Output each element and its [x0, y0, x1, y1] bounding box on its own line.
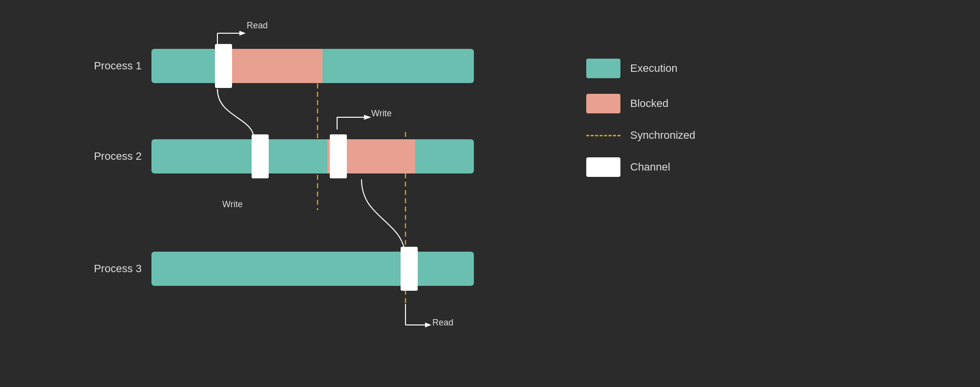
legend-area: Execution Blocked Synchronized Channel [586, 59, 757, 193]
process-2-row: Process 2 [73, 139, 474, 173]
synchronized-label: Synchronized [630, 129, 695, 142]
p1-blocked [220, 49, 322, 83]
legend-channel: Channel [586, 157, 757, 177]
execution-label: Execution [630, 62, 678, 75]
legend-execution: Execution [586, 59, 757, 78]
p3-bar-full [151, 252, 474, 286]
write-p2-left-label: Write [222, 199, 243, 210]
p2-bar-full [151, 139, 474, 173]
read-bottom-label: Read [432, 318, 453, 328]
read-top-label: Read [247, 21, 268, 31]
svg-marker-3 [239, 31, 246, 36]
diagram-area: Process 1 Process 2 Process 3 [73, 0, 562, 387]
write-p2-right-label: Write [371, 108, 392, 119]
legend-blocked: Blocked [586, 94, 757, 113]
legend-synchronized: Synchronized [586, 129, 757, 142]
p2-channel-1 [252, 134, 269, 178]
svg-marker-5 [364, 115, 371, 120]
p1-channel [215, 44, 232, 88]
process-2-label: Process 2 [73, 150, 151, 163]
process-1-label: Process 1 [73, 60, 151, 72]
channel-label: Channel [630, 161, 670, 173]
blocked-label: Blocked [630, 97, 668, 110]
p1-exec-left [151, 49, 220, 83]
p3-channel [401, 247, 418, 291]
p2-channel-2 [330, 134, 347, 178]
p1-exec-right [322, 49, 474, 83]
synchronized-swatch [586, 135, 620, 136]
process-3-label: Process 3 [73, 262, 151, 275]
process-1-row: Process 1 [73, 49, 474, 83]
channel-swatch [586, 157, 620, 177]
blocked-swatch [586, 94, 620, 113]
svg-marker-8 [425, 322, 431, 327]
process-3-row: Process 3 [73, 252, 474, 286]
execution-swatch [586, 59, 620, 78]
